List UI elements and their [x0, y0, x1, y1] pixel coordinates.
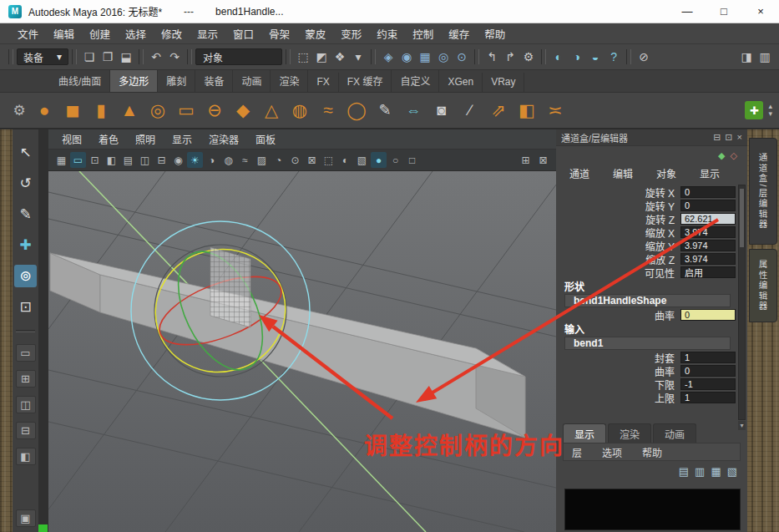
poly-plane-icon[interactable]: ▭ [172, 96, 200, 124]
panel-menu-renderer[interactable]: 渲染器 [200, 132, 247, 146]
panel-menu-shading[interactable]: 着色 [90, 132, 127, 146]
three-pane-layout-button[interactable]: ◧ [16, 448, 36, 465]
bridge-icon[interactable]: ≍ [541, 96, 569, 124]
two-pane-stacked-layout-button[interactable]: ⊟ [16, 422, 36, 439]
poly-torus-icon[interactable]: ◎ [144, 96, 172, 124]
input-node-row[interactable]: bend1 [564, 337, 731, 350]
menu-skeleton[interactable]: 骨架 [261, 26, 297, 42]
default-material-icon[interactable]: ◐ [337, 152, 353, 168]
shelf-tab-vray[interactable]: VRay [483, 73, 524, 92]
gate-mask-icon[interactable]: ◧ [104, 152, 119, 168]
channel-label[interactable]: 旋转 X [645, 185, 675, 200]
menu-control[interactable]: 控制 [405, 26, 441, 42]
selection-mask-field[interactable]: 对象 [195, 48, 282, 65]
ipr-render-icon[interactable]: ◑ [568, 48, 586, 66]
output-connections-icon[interactable]: ↱ [501, 48, 519, 66]
move-layer-down-icon[interactable]: ▥ [695, 465, 705, 478]
snap-center-icon[interactable]: ◎ [434, 48, 453, 66]
paint-select-tool-icon[interactable]: ✎ [14, 203, 37, 225]
move-tool-icon[interactable]: ✚ [14, 234, 37, 256]
new-scene-icon[interactable]: ❏ [80, 48, 99, 66]
menu-select[interactable]: 选择 [118, 26, 154, 42]
channel-label[interactable]: 旋转 Y [645, 199, 675, 213]
shelf-tab-animation[interactable]: 动画 [233, 70, 271, 92]
camera-attributes-icon[interactable]: ◉ [170, 152, 186, 168]
lock-icon[interactable]: ⊘ [635, 48, 653, 66]
motion-blur-icon[interactable]: ≈ [237, 152, 253, 168]
xray-icon[interactable]: ⊠ [304, 152, 320, 168]
channel-label[interactable]: 旋转 Z [645, 212, 675, 226]
lighting-toggle-icon[interactable]: ☀ [187, 152, 203, 168]
shelf-gear-icon[interactable]: ⚙ [8, 96, 30, 124]
sculpt-tool-icon[interactable]: ✎ [371, 96, 399, 124]
menu-edit[interactable]: 编辑 [46, 26, 82, 42]
construction-history-icon[interactable]: ⚙ [519, 48, 538, 66]
channel-value-field[interactable]: 1 [680, 392, 736, 403]
move-layer-up-icon[interactable]: ▤ [679, 465, 689, 478]
channel-menu-channels[interactable]: 通道 [569, 166, 589, 180]
channel-value-field[interactable]: 0 [680, 186, 736, 198]
poly-pyramid-icon[interactable]: △ [257, 96, 286, 124]
pane-split-icon[interactable]: ⊟ [713, 132, 721, 143]
minimize-button[interactable]: — [669, 0, 706, 23]
create-layer-from-selected-icon[interactable]: ▧ [727, 465, 737, 478]
flat-shade-icon[interactable]: ○ [387, 152, 403, 168]
shape-node-row[interactable]: bend1HandleShape [564, 294, 731, 307]
channel-label[interactable]: 缩放 Z [645, 252, 675, 266]
multi-cut-icon[interactable]: ∕ [456, 96, 484, 124]
poly-cone-icon[interactable]: ▲ [115, 96, 144, 124]
shelf-scroll-down-icon[interactable]: ▾ [768, 110, 772, 118]
outliner-persp-layout-button[interactable]: ▣ [16, 509, 36, 527]
wireframe-on-shaded-icon[interactable]: ⬚ [321, 152, 336, 168]
panel-menu-show[interactable]: 显示 [164, 132, 200, 146]
sidebar-attribute-editor-icon[interactable]: ◨ [737, 48, 756, 66]
channel-value-field[interactable]: 1 [680, 352, 736, 363]
select-hierarchy-icon[interactable]: ⬚ [294, 48, 312, 66]
channel-value-field[interactable]: 3.974 [680, 226, 736, 238]
multisample-icon[interactable]: ▨ [254, 152, 270, 168]
channel-value-field[interactable]: 启用 [680, 266, 736, 278]
viewport-canvas[interactable] [48, 171, 556, 532]
shelf-tab-rendering[interactable]: 渲染 [271, 70, 308, 92]
channel-value-field[interactable]: 3.974 [680, 240, 736, 251]
grip-handle[interactable] [474, 49, 479, 64]
menu-skin[interactable]: 蒙皮 [297, 26, 333, 42]
isolate-select-icon[interactable]: ⊙ [287, 152, 303, 168]
layer-menu-help[interactable]: 帮助 [642, 445, 662, 459]
shelf-extra-button[interactable]: ✚ [745, 101, 763, 119]
menu-windows[interactable]: 窗口 [225, 26, 261, 42]
bevel-icon[interactable]: ◧ [513, 96, 541, 124]
lasso-tool-icon[interactable]: ↺ [14, 172, 37, 195]
layer-menu-layers[interactable]: 层 [572, 445, 582, 459]
menu-create[interactable]: 创建 [82, 26, 118, 42]
menu-cache[interactable]: 缓存 [441, 26, 477, 42]
poly-cylinder-icon[interactable]: ▮ [87, 96, 115, 124]
smooth-shade-icon[interactable]: ● [371, 152, 387, 168]
channel-value-field-keyed[interactable]: 0 [680, 309, 736, 321]
channel-value-field[interactable]: 0 [680, 200, 736, 211]
undo-icon[interactable]: ↶ [147, 48, 165, 66]
sidebar-toolbox-icon[interactable]: ▥ [756, 48, 774, 66]
grip-handle[interactable] [541, 49, 546, 64]
input-connections-icon[interactable]: ↰ [483, 48, 501, 66]
field-chart-icon[interactable]: ▤ [120, 152, 136, 168]
open-scene-icon[interactable]: ❐ [99, 48, 117, 66]
channel-box-scrollbar[interactable] [738, 185, 746, 420]
channel-label[interactable]: 下限 [655, 377, 675, 392]
safe-action-icon[interactable]: ◫ [137, 152, 153, 168]
panel-menu-lighting[interactable]: 照明 [127, 132, 164, 146]
textured-display-icon[interactable]: ▧ [354, 152, 370, 168]
render-view-icon[interactable]: ◐ [549, 48, 568, 66]
dock-tab-channel-box[interactable]: 通道盒/层编辑器 [749, 138, 777, 245]
rotate-tool-icon[interactable]: ⊚ [14, 265, 37, 287]
snap-curve-icon[interactable]: ◉ [397, 48, 416, 66]
ambient-occlusion-icon[interactable]: ◍ [220, 152, 236, 168]
shelf-tab-polygons[interactable]: 多边形 [110, 70, 158, 92]
four-pane-layout-button[interactable]: ⊞ [16, 370, 36, 388]
safe-title-icon[interactable]: ⊟ [154, 152, 169, 168]
panel-menu-panels[interactable]: 面板 [247, 132, 284, 146]
grip-handle[interactable] [626, 49, 631, 64]
channel-menu-show[interactable]: 显示 [700, 166, 720, 180]
film-gate-icon[interactable]: ▭ [70, 152, 86, 168]
bounding-box-icon[interactable]: □ [404, 152, 420, 168]
